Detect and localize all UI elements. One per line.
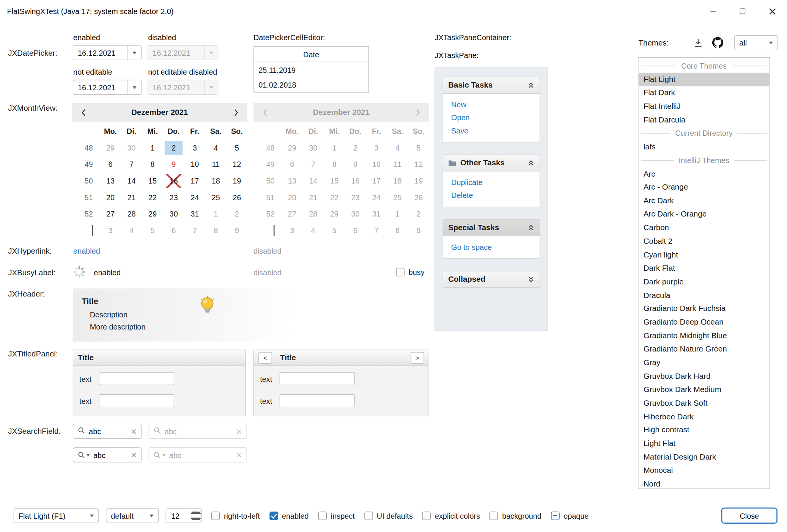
taskpane-header[interactable]: Other Tasks	[443, 154, 540, 171]
searchfield-enabled[interactable]: abc	[73, 424, 142, 439]
calendar-day[interactable]: 5	[142, 222, 163, 239]
next-month-button[interactable]	[224, 108, 247, 116]
github-icon[interactable]	[712, 37, 723, 48]
theme-list-item[interactable]: Gradianto Nature Green	[638, 342, 769, 356]
date-table-header[interactable]: Date	[254, 47, 368, 62]
taskpane-header[interactable]: Collapsed	[443, 271, 540, 288]
theme-list-item[interactable]: Hiberbee Dark	[638, 410, 769, 424]
calendar-day[interactable]: 20	[100, 189, 121, 206]
text-field[interactable]	[99, 394, 174, 407]
search-input[interactable]: abc	[93, 450, 127, 459]
taskpane-link[interactable]: Save	[451, 126, 532, 135]
theme-list-item[interactable]: Flat Dark	[638, 86, 769, 100]
search-input[interactable]: abc	[89, 427, 127, 435]
calendar-day[interactable]: 4	[121, 222, 142, 239]
chevron-double-down-icon[interactable]	[527, 276, 535, 283]
maximize-button[interactable]	[728, 0, 757, 23]
theme-list-item[interactable]: Gray	[638, 356, 769, 370]
calendar-day[interactable]: 14	[121, 173, 142, 189]
checkbox-item-inspect[interactable]: inspect	[318, 511, 355, 519]
hyperlink-enabled[interactable]: enabled	[73, 247, 100, 255]
calendar-day[interactable]: 17	[184, 173, 205, 189]
theme-list-item[interactable]: Cyan light	[638, 248, 769, 262]
style-combo[interactable]: default	[106, 508, 159, 523]
taskpane-link[interactable]: Delete	[451, 191, 532, 199]
calendar-day[interactable]: 11	[205, 156, 227, 173]
calendar-day[interactable]: 24	[184, 189, 205, 206]
calendar-day[interactable]: 25	[205, 189, 227, 206]
calendar-day[interactable]: 12	[227, 156, 248, 173]
theme-list-item[interactable]: Arc Dark	[638, 194, 769, 208]
theme-list-item[interactable]: Material Design Dark	[638, 450, 769, 464]
download-icon[interactable]	[693, 38, 703, 48]
busy-checkbox-item[interactable]: busy	[396, 268, 425, 276]
laf-combo[interactable]: Flat Light (F1)	[14, 508, 99, 523]
titledpanel-next-button[interactable]: >	[411, 352, 424, 363]
clear-icon[interactable]	[131, 452, 137, 458]
checkbox-background[interactable]	[490, 511, 498, 519]
theme-list-item[interactable]: Nord	[638, 477, 769, 489]
theme-list-item[interactable]: Gruvbox Dark Medium	[638, 383, 769, 397]
theme-list-item[interactable]: Light Flat	[638, 437, 769, 450]
taskpane-link[interactable]: New	[451, 100, 532, 109]
theme-list-item[interactable]: Dark purple	[638, 275, 769, 289]
theme-list-item[interactable]: Flat Darcula	[638, 113, 769, 127]
theme-list-item[interactable]: Dracula	[638, 289, 769, 302]
font-size-spinner[interactable]: 12	[165, 508, 201, 523]
themes-filter-combo[interactable]: all	[734, 35, 778, 50]
datepicker-enabled[interactable]: 16.12.2021	[73, 45, 142, 60]
calendar-day[interactable]: 1	[142, 140, 163, 156]
taskpane-link[interactable]: Duplicate	[451, 178, 532, 187]
theme-list-item[interactable]: Flat Light	[638, 73, 769, 86]
chevron-double-up-icon[interactable]	[527, 82, 535, 89]
checkbox-ui-defaults[interactable]	[364, 511, 373, 519]
theme-list-item[interactable]: lafs	[638, 140, 769, 154]
calendar-day[interactable]: 5	[227, 140, 248, 156]
checkbox-item-background[interactable]: background	[490, 511, 541, 519]
date-table-cell[interactable]: 01.02.2018	[254, 77, 368, 93]
theme-list-item[interactable]: Gruvbox Dark Hard	[638, 369, 769, 383]
chevron-double-up-icon[interactable]	[527, 160, 535, 167]
calendar-day[interactable]: 3	[100, 222, 121, 239]
checkbox-enabled[interactable]	[269, 511, 278, 519]
calendar-day[interactable]: 30	[163, 206, 184, 222]
datepicker-not-editable[interactable]: 16.12.2021	[73, 80, 142, 95]
taskpane-link[interactable]: Go to space	[451, 243, 532, 251]
calendar-day[interactable]: 22	[142, 189, 163, 206]
checkbox-item-right-to-left[interactable]: right-to-left	[211, 511, 260, 519]
calendar-day[interactable]: 9	[163, 156, 184, 173]
calendar-day[interactable]: 18	[205, 173, 227, 189]
text-field[interactable]	[280, 372, 355, 385]
calendar-day[interactable]: 10	[184, 156, 205, 173]
calendar-day[interactable]: 30	[121, 140, 142, 156]
calendar-day[interactable]: 23	[163, 189, 184, 206]
searchfield-dropdown-enabled[interactable]: abc	[73, 447, 142, 463]
checkbox-item-opaque[interactable]: opaque	[551, 511, 589, 519]
datepicker-dropdown-button[interactable]	[127, 46, 141, 60]
calendar-day[interactable]: 4	[205, 140, 227, 156]
close-button[interactable]: Close	[721, 508, 778, 524]
calendar-day[interactable]: 21	[121, 189, 142, 206]
calendar-day[interactable]: 6	[163, 222, 184, 239]
theme-list-item[interactable]: Arc	[638, 167, 769, 181]
calendar-day[interactable]: 8	[142, 156, 163, 173]
calendar-day[interactable]: 29	[100, 140, 121, 156]
calendar-day[interactable]: 8	[205, 222, 227, 239]
taskpane-header[interactable]: Special Tasks	[443, 219, 540, 236]
theme-list-item[interactable]: Gradianto Deep Ocean	[638, 315, 769, 329]
taskpane-header[interactable]: Basic Tasks	[443, 77, 540, 94]
calendar-day[interactable]: 27	[100, 206, 121, 222]
calendar-day[interactable]: 15	[142, 173, 163, 189]
text-field[interactable]	[99, 372, 174, 385]
close-window-button[interactable]	[757, 0, 787, 23]
calendar-day[interactable]: 28	[121, 206, 142, 222]
text-field[interactable]	[280, 394, 355, 407]
calendar-day[interactable]: 7	[121, 156, 142, 173]
datepicker-dropdown-button[interactable]	[127, 80, 141, 94]
theme-list-item[interactable]: Arc - Orange	[638, 180, 769, 194]
calendar-day[interactable]: 2	[227, 206, 248, 222]
prev-month-button[interactable]	[72, 108, 95, 116]
calendar-day[interactable]: 6	[100, 156, 121, 173]
theme-list-item[interactable]: Gruvbox Dark Soft	[638, 396, 769, 410]
checkbox-explicit-colors[interactable]	[422, 511, 431, 519]
